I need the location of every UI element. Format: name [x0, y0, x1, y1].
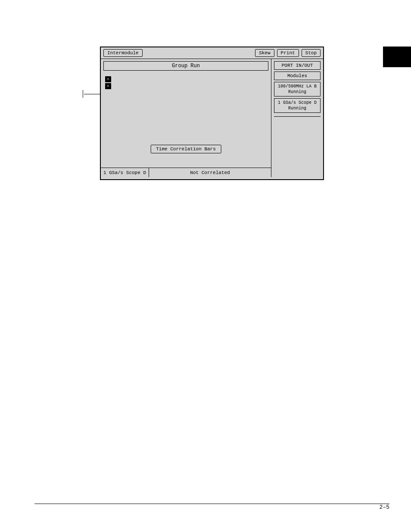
black-rect-decoration	[383, 47, 411, 67]
module1-line1: 100/500MHz LA B	[278, 84, 317, 89]
module2-line1: 1 GSa/s Scope D	[278, 100, 317, 105]
status-bar: 1 GSa/s Scope D Not Correlated	[101, 168, 271, 177]
annotation-arrow-vertical	[83, 90, 83, 98]
modules-button[interactable]: Modules	[274, 72, 321, 80]
toolbar: Intermodule Skew Print Stop	[101, 47, 323, 59]
intermodule-button[interactable]: Intermodule	[103, 49, 143, 57]
toggle-btn-2-label: 6	[107, 84, 109, 88]
stop-button[interactable]: Stop	[302, 49, 321, 57]
toggle-area: 6 6	[105, 76, 111, 89]
left-panel: Group Run 6 6 Time Correlation Bars 1 GS…	[101, 59, 271, 177]
skew-button[interactable]: Skew	[255, 49, 274, 57]
right-panel: PORT IN/OUT Modules 100/500MHz LA B Runn…	[271, 59, 323, 177]
instrument-window: Intermodule Skew Print Stop Group Run 6 …	[100, 47, 324, 180]
page-rule	[34, 504, 389, 504]
page-number: 2–5	[380, 504, 389, 510]
status-scope-label: 1 GSa/s Scope D	[101, 168, 149, 177]
right-panel-divider	[274, 116, 321, 117]
module-item-2[interactable]: 1 GSa/s Scope D Running	[274, 98, 321, 113]
content-area: Group Run 6 6 Time Correlation Bars 1 GS…	[101, 59, 323, 177]
toggle-button-1[interactable]: 6	[105, 76, 111, 82]
print-button[interactable]: Print	[277, 49, 299, 57]
port-in-out-button[interactable]: PORT IN/OUT	[274, 61, 321, 70]
module-item-1[interactable]: 100/500MHz LA B Running	[274, 82, 321, 96]
status-not-correlated: Not Correlated	[149, 168, 271, 177]
toggle-button-2[interactable]: 6	[105, 83, 111, 89]
time-correlation-bars-button[interactable]: Time Correlation Bars	[150, 145, 221, 153]
toggle-btn-1-label: 6	[107, 78, 109, 81]
module2-line2: Running	[288, 106, 306, 111]
module1-line2: Running	[288, 90, 306, 94]
group-run-header: Group Run	[103, 61, 268, 71]
